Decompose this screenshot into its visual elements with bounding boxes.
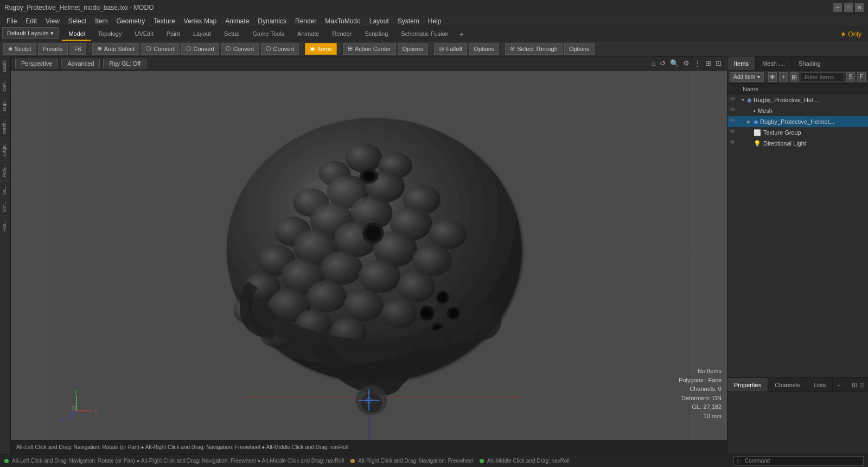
tab-game-tools[interactable]: Game Tools	[246, 27, 291, 41]
menu-layout[interactable]: Layout	[365, 15, 393, 27]
eye-icon-2[interactable]: 👁	[730, 117, 738, 126]
sidebar-item-basic[interactable]: Basic	[0, 56, 10, 75]
viewport-home-icon[interactable]: ⌂	[650, 58, 656, 68]
tab-animate[interactable]: Animate	[291, 27, 326, 41]
menu-file[interactable]: File	[2, 15, 21, 27]
props-float-icon[interactable]: ⊡	[859, 381, 865, 389]
viewport-zoom-icon[interactable]: 🔍	[669, 58, 680, 68]
action-center-button[interactable]: ⊞ Action Center	[343, 43, 396, 55]
menu-select[interactable]: Select	[64, 15, 91, 27]
eye-icon-4[interactable]: 👁	[730, 139, 738, 148]
options-button-1[interactable]: Options	[398, 43, 428, 55]
items-add-button[interactable]: +	[779, 72, 788, 82]
menu-item[interactable]: Item	[91, 15, 112, 27]
tab-paint[interactable]: Paint	[160, 27, 187, 41]
select-through-button[interactable]: ⊗ Select Through	[505, 43, 562, 55]
sidebar-item-mesh[interactable]: Mesh...	[0, 115, 10, 138]
tab-lists[interactable]: Lists	[807, 378, 833, 392]
tab-schematic-fusion[interactable]: Schematic Fusion	[394, 27, 455, 41]
viewport-more-icon[interactable]: ⋮	[693, 58, 702, 68]
menu-render[interactable]: Render	[291, 15, 321, 27]
eye-icon-1[interactable]: 👁	[730, 106, 738, 115]
close-button[interactable]: ✕	[855, 3, 864, 12]
viewport[interactable]: Perspective Advanced Ray GL: Off ⌂ ↺ 🔍 ⚙…	[11, 56, 727, 454]
eye-icon-0[interactable]: 👁	[730, 96, 738, 104]
viewport-tab-raygl[interactable]: Ray GL: Off	[103, 59, 146, 68]
tab-shading[interactable]: Shading	[792, 56, 827, 70]
convert-button-2[interactable]: ⬡ Convert	[181, 43, 220, 55]
items-settings-button[interactable]: S	[846, 72, 855, 82]
minimize-button[interactable]: ─	[833, 3, 842, 12]
toolbar-separator-3	[340, 43, 340, 54]
star-only-label[interactable]: ★ Only	[836, 27, 866, 41]
menu-edit[interactable]: Edit	[21, 15, 41, 27]
f6-button[interactable]: F6	[69, 43, 86, 55]
add-prop-button[interactable]: +	[833, 378, 845, 392]
tree-item-mesh[interactable]: 👁 ▪ Mesh	[727, 105, 868, 116]
tab-render[interactable]: Render	[326, 27, 358, 41]
expand-icon-0[interactable]: ▼	[741, 97, 747, 103]
tab-channels[interactable]: Channels	[768, 378, 807, 392]
options-button-3[interactable]: Options	[564, 43, 595, 55]
items-panel-btn[interactable]: F	[857, 72, 866, 82]
sidebar-item-poly[interactable]: Poly...	[0, 160, 10, 180]
sidebar-item-gl[interactable]: GL...	[0, 180, 10, 198]
sidebar-item-def[interactable]: Def...	[0, 75, 10, 94]
tab-layout[interactable]: Layout	[187, 27, 218, 41]
items-filter-button[interactable]: ⊞	[790, 72, 799, 82]
add-item-button[interactable]: Add Item ▾	[730, 72, 764, 82]
sidebar-item-fuz[interactable]: Fuz...	[0, 216, 10, 235]
tab-uvedit[interactable]: UVEdit	[128, 27, 159, 41]
default-layouts-dropdown[interactable]: Default Layouts ▾	[2, 27, 59, 39]
viewport-tab-perspective[interactable]: Perspective	[15, 59, 58, 68]
filter-items-input[interactable]	[801, 72, 844, 82]
items-eye-button[interactable]: 👁	[768, 72, 777, 82]
items-button[interactable]: ◉ Items	[305, 43, 337, 55]
tab-items[interactable]: Items	[727, 56, 756, 70]
viewport-maximize-icon[interactable]: ⊡	[714, 58, 723, 68]
presets-button[interactable]: Presets	[38, 43, 68, 55]
viewport-settings-icon[interactable]: ⚙	[682, 58, 691, 68]
maximize-button[interactable]: □	[844, 3, 853, 12]
convert-button-1[interactable]: ⬡ Convert	[141, 43, 180, 55]
convert-button-3[interactable]: ⬡ Convert	[221, 43, 259, 55]
sidebar-item-uv[interactable]: UV...	[0, 198, 10, 215]
tree-item-directional-light[interactable]: 👁 💡 Directional Light	[727, 138, 868, 149]
menu-maxtomodo[interactable]: MaxToModo	[321, 15, 365, 27]
tab-mesh[interactable]: Mesh ....	[756, 56, 792, 70]
tree-item-root[interactable]: 👁 ▼ ◈ Rugby_Protective_Hel ...	[727, 94, 868, 105]
expand-icon-2[interactable]: ▶	[747, 119, 754, 124]
tab-model[interactable]: Model	[62, 27, 91, 41]
menu-vertex-map[interactable]: Vertex Map	[180, 15, 221, 27]
light-icon: 💡	[754, 140, 761, 147]
menu-animate[interactable]: Animate	[221, 15, 253, 27]
options-button-2[interactable]: Options	[469, 43, 499, 55]
props-expand-icon[interactable]: ⊞	[852, 381, 857, 389]
sidebar-item-duplicate[interactable]: Dup...	[0, 94, 10, 115]
add-layout-tab-button[interactable]: +	[455, 27, 468, 41]
menu-system[interactable]: System	[393, 15, 424, 27]
svg-point-59	[361, 394, 382, 413]
eye-icon-3[interactable]: 👁	[730, 128, 738, 137]
tab-topology[interactable]: Topology	[91, 27, 128, 41]
tree-item-texture-group[interactable]: 👁 ⬜ Texture Group	[727, 127, 868, 138]
menu-texture[interactable]: Texture	[149, 15, 179, 27]
viewport-tab-advanced[interactable]: Advanced	[61, 59, 100, 68]
viewport-canvas[interactable]: X Y Z No Items Polygons : Face Channels:…	[11, 71, 727, 440]
convert-button-4[interactable]: ⬡ Convert	[261, 43, 299, 55]
viewport-expand-icon[interactable]: ⊞	[704, 58, 712, 68]
menu-dynamics[interactable]: Dynamics	[253, 15, 291, 27]
sidebar-item-edge[interactable]: Edge...	[0, 137, 10, 160]
menu-help[interactable]: Help	[424, 15, 446, 27]
tab-setup[interactable]: Setup	[218, 27, 246, 41]
menu-geometry[interactable]: Geometry	[112, 15, 150, 27]
menu-view[interactable]: View	[41, 15, 64, 27]
tab-properties[interactable]: Properties	[727, 378, 768, 392]
command-input-area[interactable]: ▷ Command	[733, 456, 864, 466]
tab-scripting[interactable]: Scripting	[359, 27, 395, 41]
viewport-refresh-icon[interactable]: ↺	[659, 58, 667, 68]
sculpt-button[interactable]: ◈ Sculpt	[3, 43, 36, 55]
falloff-button[interactable]: ◎ Falloff	[434, 43, 468, 55]
auto-select-button[interactable]: ⊕ Auto Select	[92, 43, 139, 55]
tree-item-helmet[interactable]: 👁 ▶ ◈ Rugby_Protective_Helmet...	[727, 116, 868, 127]
